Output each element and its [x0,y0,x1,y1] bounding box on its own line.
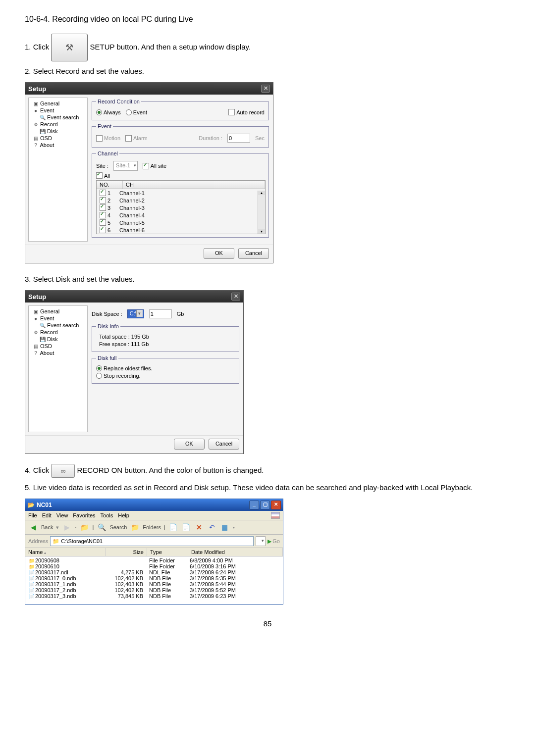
nav-general[interactable]: ▣ General [31,100,85,107]
channel-table: NO. CH 1Channel-12Channel-23Channel-34Ch… [96,180,266,234]
copy-icon[interactable]: 📄 [181,522,191,532]
nav-osd[interactable]: ▤ OSD [31,135,85,142]
nav-about[interactable]: ? About [31,350,85,356]
menu-help[interactable]: Help [118,512,129,518]
nav-osd[interactable]: ▤ OSD [31,343,85,350]
go-button[interactable]: ▶ Go [268,538,280,545]
stop-recording-radio[interactable]: Stop recording. [96,373,141,379]
folders-icon[interactable]: 📁 [130,522,140,532]
menu-bar: File Edit View Favorites Tools Help [25,511,283,520]
folder-icon: 📁 [53,537,59,545]
all-checkbox[interactable]: All [96,172,110,179]
window-title-bar: Setup ✕ [25,83,273,95]
cancel-button[interactable]: Cancel [209,439,239,450]
file-row[interactable]: 📄20090317.ndl4,275 KBNDL File3/17/2009 6… [25,569,283,575]
file-row[interactable]: 📁20090608File Folder6/8/2009 4:00 PM [25,557,283,563]
col-size[interactable]: Size [106,548,147,556]
event-radio[interactable]: Event [126,109,147,115]
col-ch[interactable]: CH [123,181,265,189]
ok-button[interactable]: OK [204,248,234,259]
disk-drive-select[interactable]: C:\ [127,309,144,318]
views-icon[interactable]: ▦ [220,522,230,532]
folders-label[interactable]: Folders [143,524,161,530]
close-icon[interactable]: ✕ [231,293,240,301]
cancel-button[interactable]: Cancel [238,248,269,259]
channel-checkbox[interactable] [100,219,106,226]
delete-icon[interactable]: ✕ [194,522,204,532]
ok-button[interactable]: OK [174,439,205,450]
channel-row[interactable]: 6Channel-6 [97,226,265,234]
file-row[interactable]: 📄20090317_0.ndb102,402 KBNDB File3/17/20… [25,575,283,581]
channel-checkbox[interactable] [100,197,106,203]
record-condition-group: Record Condition Always Event Auto recor… [92,99,269,120]
auto-record-checkbox[interactable]: Auto record [228,109,265,115]
file-icon: 📄 [28,570,35,575]
file-row[interactable]: 📁20090610File Folder6/10/2009 3:16 PM [25,563,283,569]
window-title: Setup [28,293,46,301]
file-row[interactable]: 📄20090317_3.ndb73,845 KBNDB File3/17/200… [25,593,283,599]
nav-record[interactable]: ⚙ Record [31,121,85,128]
file-icon: 📄 [28,582,35,587]
channel-row[interactable]: 5Channel-5 [97,219,265,226]
nav-record[interactable]: ⚙ Record [31,329,85,336]
col-type[interactable]: Type [147,548,188,556]
menu-tools[interactable]: Tools [101,512,113,518]
nav-event[interactable]: ● Event [31,107,85,114]
nav-event-search[interactable]: 🔍 Event search [31,322,85,329]
close-icon[interactable]: ✕ [271,501,281,509]
menu-favorites[interactable]: Favorites [73,512,95,518]
search-label[interactable]: Search [109,524,127,530]
channel-checkbox[interactable] [100,227,106,233]
forward-icon[interactable]: ▶ [62,522,72,532]
menu-edit[interactable]: Edit [42,512,52,518]
close-icon[interactable]: ✕ [261,85,270,93]
nav-tree: ▣ General ● Event 🔍 Event search ⚙ Recor… [28,305,88,432]
nav-event[interactable]: ● Event [31,315,85,322]
nav-general[interactable]: ▣ General [31,308,85,315]
record-condition-legend: Record Condition [96,99,141,104]
back-icon[interactable]: ◀ [28,522,38,532]
site-select[interactable]: Site-1 [113,161,138,171]
disk-size-input[interactable] [149,309,172,318]
search-icon[interactable]: 🔍 [97,522,107,532]
menu-file[interactable]: File [28,512,37,518]
channel-row[interactable]: 4Channel-4 [97,211,265,219]
record-on-button-icon[interactable]: ∞ [51,464,75,478]
minimize-icon[interactable]: _ [249,501,259,509]
replace-oldest-radio[interactable]: Replace oldest files. [96,365,152,371]
channel-checkbox[interactable] [100,212,106,218]
duration-input[interactable] [227,134,250,143]
window-title: Setup [28,85,46,93]
address-input[interactable]: 📁 C:\Storage\NC01 [50,536,254,546]
disk-info-legend: Disk Info [96,323,120,329]
nav-about[interactable]: ? About [31,142,85,149]
col-name[interactable]: Name ▴ [25,548,106,556]
setup-button-icon[interactable]: ⚒ [51,34,88,61]
channel-row[interactable]: 3Channel-3 [97,204,265,211]
nav-disk[interactable]: 💾 Disk [31,336,85,343]
undo-icon[interactable]: ↶ [207,522,217,532]
col-date[interactable]: Date Modified [188,548,283,556]
all-site-checkbox[interactable]: All site [143,163,166,169]
channel-checkbox[interactable] [100,204,106,211]
channel-checkbox[interactable] [100,190,106,196]
channel-row[interactable]: 1Channel-1 [97,189,265,197]
step-5: 5. Live video data is recorded as set in… [25,482,510,494]
channel-row[interactable]: 2Channel-2 [97,197,265,204]
col-no[interactable]: NO. [97,181,123,189]
move-icon[interactable]: 📄 [168,522,178,532]
back-label[interactable]: Back [41,524,53,530]
up-icon[interactable]: 📁 [80,522,90,532]
file-icon: 📄 [28,588,35,593]
nav-tree: ▣ General ● Event 🔍 Event search ⚙ Recor… [28,98,88,242]
nav-disk[interactable]: 💾 Disk [31,128,85,135]
file-row[interactable]: 📄20090317_1.ndb102,403 KBNDB File3/17/20… [25,581,283,587]
maximize-icon[interactable]: ▢ [260,501,270,509]
always-radio[interactable]: Always [96,109,121,115]
file-row[interactable]: 📄20090317_2.ndb102,402 KBNDB File3/17/20… [25,587,283,593]
channel-group: Channel Site : Site-1 All site All NO. C… [92,151,269,238]
menu-view[interactable]: View [56,512,68,518]
nav-event-search[interactable]: 🔍 Event search [31,114,85,121]
scrollbar[interactable] [258,191,265,234]
address-dropdown[interactable] [256,536,266,546]
